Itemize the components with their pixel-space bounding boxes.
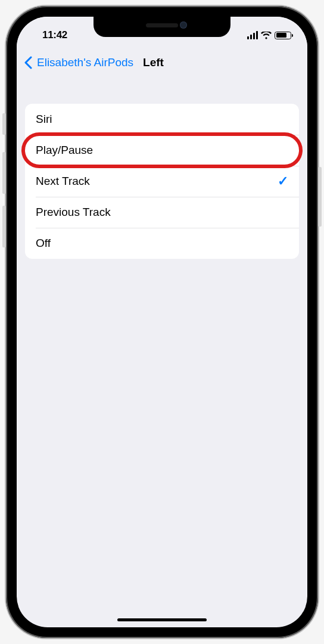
speaker-grille — [146, 23, 178, 27]
wifi-icon — [261, 32, 272, 39]
page-title: Left — [143, 56, 164, 69]
option-next-track[interactable]: Next Track ✓ — [25, 166, 299, 197]
back-label[interactable]: Elisabeth's AirPods — [37, 56, 133, 69]
option-off[interactable]: Off — [25, 228, 299, 259]
content-area: Siri Play/Pause Next Track ✓ Previous Tr… — [17, 75, 307, 259]
option-label: Off — [36, 237, 288, 250]
back-button[interactable] — [20, 52, 36, 73]
status-time: 11:42 — [17, 29, 93, 41]
home-indicator[interactable] — [117, 618, 207, 621]
cellular-signal-icon — [247, 31, 258, 39]
option-label: Previous Track — [36, 206, 288, 219]
phone-frame: 11:42 Elisabeth's AirPods Left — [6, 6, 318, 638]
option-siri[interactable]: Siri — [25, 104, 299, 135]
option-label: Play/Pause — [36, 144, 288, 157]
power-button — [318, 167, 322, 227]
checkmark-icon: ✓ — [278, 174, 288, 189]
battery-icon — [275, 32, 291, 39]
option-previous-track[interactable]: Previous Track — [25, 197, 299, 228]
mute-switch — [2, 113, 6, 135]
screen: 11:42 Elisabeth's AirPods Left — [17, 17, 307, 627]
volume-down-button — [2, 206, 6, 247]
options-list: Siri Play/Pause Next Track ✓ Previous Tr… — [25, 104, 299, 259]
notch — [94, 17, 230, 37]
option-play-pause[interactable]: Play/Pause — [25, 135, 299, 166]
option-label: Siri — [36, 113, 288, 126]
volume-up-button — [2, 152, 6, 194]
status-indicators — [231, 31, 307, 39]
option-label: Next Track — [36, 175, 278, 188]
front-camera — [180, 21, 187, 29]
